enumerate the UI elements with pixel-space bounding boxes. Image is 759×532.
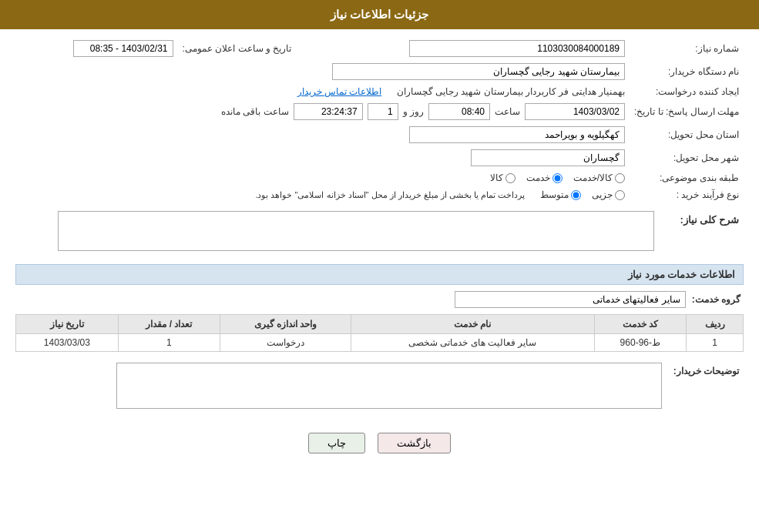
category-kala-khidmat-label: کالا/خدمت: [573, 172, 613, 183]
process-note: پرداخت تمام یا بخشی از مبلغ خریدار از مح…: [255, 190, 525, 200]
table-cell-quantity: 1: [118, 334, 220, 352]
buyer-desc-textarea[interactable]: [116, 363, 662, 409]
creator-value: بهمنیار هدایتی فر کاربردار بیمارستان شهی…: [397, 86, 625, 97]
deadline-time-label: ساعت: [495, 106, 520, 117]
city-label: شهر محل تحویل:: [630, 146, 744, 169]
services-section-title: اطلاعات خدمات مورد نیاز: [15, 264, 744, 285]
province-label: استان محل تحویل:: [630, 123, 744, 146]
th-service-name: نام خدمت: [351, 315, 595, 334]
back-button[interactable]: بازگشت: [378, 433, 451, 453]
deadline-day-label: روز و: [403, 106, 424, 117]
process-jozii[interactable]: جزیی: [592, 189, 625, 200]
province-input: [409, 126, 625, 143]
category-radio-khidmat[interactable]: [552, 173, 563, 183]
date-label: تاریخ و ساعت اعلان عمومی:: [178, 37, 297, 60]
print-button[interactable]: چاپ: [308, 433, 365, 453]
page-title: جزئیات اطلاعات نیاز: [331, 8, 428, 21]
table-cell-unit: درخواست: [220, 334, 351, 352]
deadline-label: مهلت ارسال پاسخ: تا تاریخ:: [630, 100, 744, 123]
category-kala-khidmat[interactable]: کالا/خدمت: [573, 172, 625, 183]
request-number-input: [409, 40, 625, 57]
process-radio-jozii[interactable]: [615, 190, 625, 200]
service-group-label: گروه خدمت:: [692, 294, 741, 305]
category-khidmat-label: خدمت: [526, 172, 550, 183]
category-kala[interactable]: کالا: [490, 172, 516, 183]
process-mutavasit[interactable]: متوسط: [540, 189, 581, 200]
category-kala-label: کالا: [490, 172, 503, 183]
process-label: نوع فرآیند خرید :: [630, 186, 744, 203]
process-radio-mutavasit[interactable]: [571, 190, 581, 200]
deadline-days-input: [368, 103, 398, 120]
category-radio-kala-khidmat[interactable]: [615, 173, 625, 183]
deadline-time-input: [428, 103, 490, 120]
table-cell-date_needed: 1403/03/03: [16, 334, 119, 352]
description-textarea[interactable]: [58, 211, 654, 251]
th-date-needed: تاریخ نیاز: [16, 315, 119, 334]
page-header: جزئیات اطلاعات نیاز: [0, 0, 759, 29]
contact-link[interactable]: اطلاعات تماس خریدار: [297, 86, 382, 97]
city-input: [471, 149, 625, 166]
org-name-input: [332, 63, 625, 80]
footer-buttons: بازگشت چاپ: [15, 427, 744, 460]
category-label: طبقه بندی موضوعی:: [630, 169, 744, 186]
table-row: 1ط-96-960سایر فعالیت های خدماتی شخصیدرخو…: [16, 334, 744, 352]
table-cell-service_name: سایر فعالیت های خدماتی شخصی: [351, 334, 595, 352]
th-row-num: ردیف: [687, 315, 744, 334]
buyer-desc-label: توضیحات خریدار:: [667, 360, 744, 414]
th-unit: واحد اندازه گیری: [220, 315, 351, 334]
creator-label: ایجاد کننده درخواست:: [630, 83, 744, 100]
process-mutavasit-label: متوسط: [540, 189, 569, 200]
deadline-remaining-label: ساعت باقی مانده: [221, 106, 289, 117]
table-cell-service_code: ط-96-960: [594, 334, 686, 352]
date-input: [73, 40, 173, 57]
th-quantity: تعداد / مقدار: [118, 315, 220, 334]
org-name-label: نام دستگاه خریدار:: [630, 60, 744, 83]
request-number-label: شماره نیاز:: [630, 37, 744, 60]
deadline-remaining-input: [294, 103, 363, 120]
process-jozii-label: جزیی: [592, 189, 613, 200]
deadline-date-input: [525, 103, 625, 120]
description-label: شرح کلی نیاز:: [659, 208, 744, 256]
category-khidmat[interactable]: خدمت: [526, 172, 563, 183]
service-group-input: [455, 291, 686, 308]
services-table: ردیف کد خدمت نام خدمت واحد اندازه گیری ت…: [15, 314, 744, 352]
table-cell-row_num: 1: [687, 334, 744, 352]
category-radio-kala[interactable]: [505, 173, 516, 183]
th-service-code: کد خدمت: [594, 315, 686, 334]
